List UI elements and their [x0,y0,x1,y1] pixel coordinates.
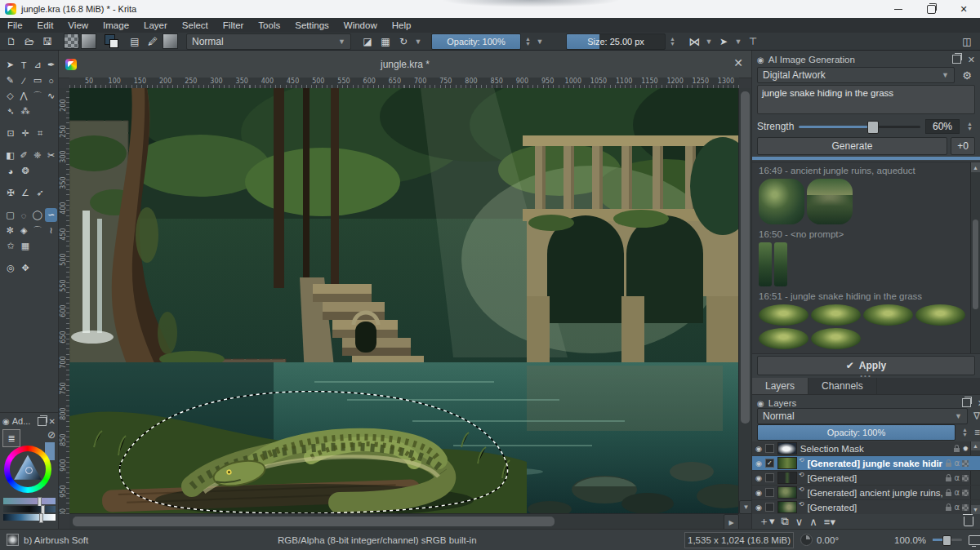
assistants-tool[interactable]: ✠ [4,186,17,200]
layer-checkbox[interactable] [765,444,774,453]
pan-tool[interactable]: ✥ [19,261,32,275]
value-strip[interactable] [3,506,56,512]
prompt-input[interactable]: jungle snake hiding in the grass [757,85,975,114]
dynamic-brush-tool[interactable]: ➴ [4,104,17,118]
layer-thumbnail[interactable] [777,442,797,455]
duplicate-layer-button[interactable]: ⧉ [782,515,789,528]
chevron-down-icon[interactable]: ▼ [704,38,714,46]
layer-lock-icon[interactable] [946,463,951,467]
layer-lock-icon[interactable] [946,507,951,511]
inherit-alpha-icon[interactable] [962,490,969,496]
layer-opacity-slider[interactable]: Opacity: 100% [757,424,956,441]
local-selection-icon[interactable]: ✹ [962,445,969,453]
lightness-strip[interactable] [3,514,56,521]
layer-thumbnail[interactable] [777,472,797,484]
menu-window[interactable]: Window [336,18,385,33]
size-slider[interactable]: Size: 25.00 px [566,33,666,50]
freehand-brush-tool[interactable]: ✎ [4,73,16,87]
rectangle-tool[interactable]: ▭ [32,73,44,87]
generated-thumbnail-snake-oval[interactable] [811,304,861,326]
color-sampler-tool[interactable]: ✐ [18,149,30,162]
layer-name[interactable]: Selection Mask [800,444,951,454]
layer-row[interactable]: ◉✓⟲[Generated] jungle snake hiding i...α [752,456,980,471]
color-wheel[interactable] [4,446,51,493]
transform-tool[interactable]: ⊡ [4,126,17,140]
layer-thumbnail[interactable] [777,486,797,499]
layer-properties-button[interactable]: ≡▾ [824,516,835,528]
preserve-alpha-icon[interactable]: ▦ [377,34,394,49]
zoom-tool[interactable]: ◎ [4,261,17,275]
brush-editor-icon[interactable]: 🖉 [145,34,161,49]
generated-thumbnail-ruins-aqueduct[interactable] [807,179,853,224]
move-layer-up-button[interactable]: ∧ [809,516,817,528]
h-scroll-thumb[interactable] [73,517,555,526]
open-document-icon[interactable]: 🗁 [21,34,38,49]
enclose-fill-tool[interactable]: ❂ [19,164,32,178]
layer-filter-icon[interactable]: ∇▾ [973,410,980,422]
chevron-down-icon[interactable]: ▼ [733,38,743,46]
rectangular-select-tool[interactable]: ▢ [4,208,16,222]
zoom-slider[interactable] [933,539,962,541]
tab-layers[interactable]: Layers [752,378,808,394]
strength-handle[interactable] [867,121,879,134]
menu-settings[interactable]: Settings [287,18,336,33]
layer-lock-icon[interactable] [946,492,951,496]
history-scrollbar[interactable]: ▲ [970,162,980,353]
opacity-spinner[interactable]: ▲▼ [523,34,533,49]
workspace-chooser-icon[interactable]: ◫ [959,34,975,49]
calligraphy-tool[interactable]: ✒ [45,58,57,72]
layer-options-icon[interactable]: ≡▾ [974,427,980,438]
contiguous-select-tool[interactable]: ≀ [45,224,57,237]
add-layer-button[interactable]: ＋▾ [759,514,775,529]
save-icon[interactable]: 🖫 [39,34,56,49]
generated-thumbnail-snake-oval[interactable] [915,304,965,326]
crop-tool[interactable]: ⌗ [33,126,47,140]
layer-checkbox[interactable] [765,488,774,497]
v-scroll-thumb[interactable] [741,91,750,424]
layer-row[interactable]: ◉Selection Mask✹ [752,441,980,456]
reload-preset-icon[interactable]: ↻ [395,34,412,49]
size-spinner[interactable]: ▲▼ [667,34,678,49]
fit-to-screen-icon[interactable] [969,535,980,545]
layer-checkbox[interactable] [765,473,774,482]
generate-button[interactable]: Generate [757,137,947,155]
layer-visible-icon[interactable]: ◉ [755,474,762,482]
generated-thumbnail-snake-oval[interactable] [759,304,808,326]
layer-thumbnail[interactable] [777,457,797,469]
mirror-horizontal-icon[interactable]: ⋈ [686,34,702,49]
new-document-icon[interactable]: 🗋 [3,34,20,49]
docker-lock-icon[interactable]: ◉ [2,417,10,426]
delete-layer-button[interactable] [964,517,973,526]
bezier-curve-tool[interactable]: ⌒ [32,89,44,103]
float-docker-icon[interactable] [952,55,961,64]
layer-checkbox[interactable]: ✓ [765,459,774,468]
menu-layer[interactable]: Layer [136,18,175,33]
strength-spinner[interactable]: ▲▼ [964,119,975,134]
layer-row[interactable]: ◉⟲[Generated]α [752,500,980,514]
float-docker-icon[interactable] [38,417,47,426]
layer-name[interactable]: [Generated] ancient jungle ruins, aqu... [808,488,943,498]
reference-images-tool[interactable]: ➶ [33,186,47,200]
layer-name[interactable]: [Generated] [808,503,943,512]
menu-tools[interactable]: Tools [251,18,287,33]
generated-thumbnail-snake-oval[interactable] [863,304,913,326]
magnetic-select-tool[interactable]: ◈ [18,224,30,237]
pattern-tool[interactable]: ❈ [32,149,44,162]
vertical-scrollbar[interactable]: ▼ [738,88,751,514]
edit-shapes-tool[interactable]: ⊿ [32,58,44,72]
brush-preset-icon[interactable]: ▤ [127,34,143,49]
docker-lock-icon[interactable]: ◉ [757,399,764,408]
transform-select-tool[interactable]: ➤ [4,58,16,72]
gradient-tool[interactable]: ◧ [4,149,16,162]
menu-edit[interactable]: Edit [30,18,61,33]
wrap-around-icon[interactable]: ➤ [715,34,732,49]
style-preset-combo[interactable]: Digital Artwork ▼ [757,67,955,83]
eraser-mode-icon[interactable]: ◪ [359,34,376,49]
layer-row[interactable]: ◉⟲[Generated]α [752,471,980,486]
generated-thumbnail-jungle-strip[interactable] [774,242,787,286]
strength-value[interactable]: 60% [925,119,960,134]
inherit-alpha-icon[interactable] [962,504,969,511]
queue-button[interactable]: +0 [951,137,975,155]
alpha-lock-icon[interactable]: α [954,473,960,482]
layer-name[interactable]: [Generated] jungle snake hiding i... [808,459,943,468]
